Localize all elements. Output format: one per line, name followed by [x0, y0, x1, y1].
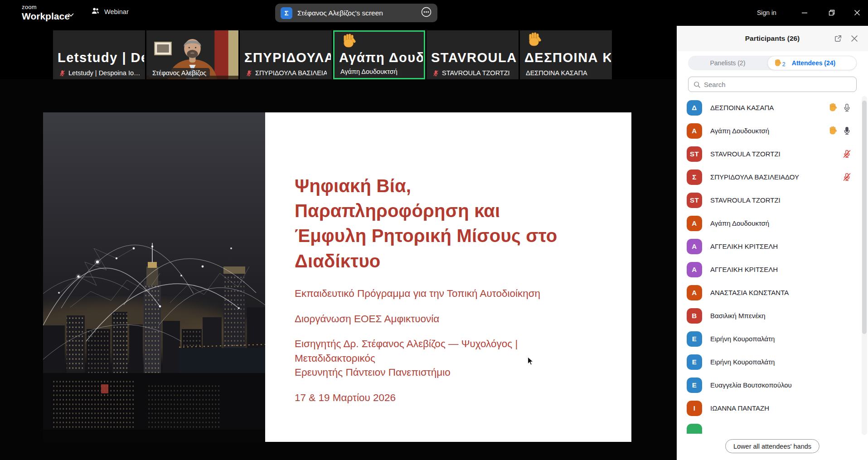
thumbnail-name-text: ΣΠΥΡΙΔΟΥΛΑ ΒΑΣΙΛΕΙΑ…: [255, 69, 327, 77]
search-input[interactable]: [704, 81, 852, 88]
thumbnail-name-text: ΔΕΣΠΟΙΝΑ ΚΑΣΑΠΑ: [526, 69, 587, 77]
video-thumbnail[interactable]: Letstudy | Desp… Letstudy | Despoina Io…: [53, 30, 145, 79]
attendee-row[interactable]: Α Αγάπη Δουδουκτσή: [677, 212, 862, 235]
list-scrollbar[interactable]: [862, 96, 867, 435]
people-icon: [91, 6, 100, 17]
avatar: Β: [687, 308, 702, 324]
attendee-row[interactable]: Σ ΣΠΥΡΙΔΟΥΛΑ ΒΑΣΙΛΕΙΑΔΟΥ: [677, 165, 862, 189]
muted-mic-icon: [246, 70, 252, 77]
participants-panel: Participants (26) Panelists (2): [677, 26, 868, 460]
mic-active-icon: [842, 126, 852, 136]
video-thumbnail[interactable]: Αγάπη Δουδου… Αγάπη Δουδουκτσή: [333, 30, 425, 79]
avatar: [687, 424, 702, 434]
attendee-row[interactable]: Α Αγάπη Δουδουκτσή: [677, 119, 862, 142]
mouse-cursor-icon: [526, 356, 536, 366]
thumbnail-name-label: Letstudy | Despoina Io…: [55, 68, 144, 78]
slide-title: Ψηφιακή Βία,Παραπληροφόρηση καιΈμφυλη Ρη…: [295, 174, 557, 274]
avatar: ST: [687, 193, 702, 208]
video-thumbnail[interactable]: Στέφανος Αλεβίζος: [146, 30, 238, 79]
thumbnail-name-label: STAVROULA TZORTZI: [429, 68, 514, 78]
video-thumbnail[interactable]: STAVROULA TZ… STAVROULA TZORTZI: [427, 30, 519, 79]
thumbnail-name-text: Αγάπη Δουδουκτσή: [340, 68, 398, 75]
thumbnail-display-name: Letstudy | Desp…: [58, 50, 144, 65]
avatar: Δ: [687, 100, 702, 116]
raised-hand-icon: [828, 126, 838, 136]
thumbnail-display-name: ΣΠΥΡΙΔΟΥΛΑ Β…: [244, 50, 331, 65]
attendee-row[interactable]: Ι ΙΩΑΝΝΑ ΠΑΝΤΑΖΗ: [677, 397, 862, 420]
search-icon: [693, 81, 701, 88]
avatar: Ε: [687, 378, 702, 393]
tab-attendees[interactable]: 2 Attendees (24): [767, 56, 857, 70]
close-panel-icon[interactable]: [848, 32, 861, 45]
attendee-row[interactable]: [677, 420, 862, 434]
avatar: Α: [687, 123, 702, 139]
raised-hand-icon: [774, 59, 782, 67]
avatar: Α: [687, 216, 702, 231]
zoom-workplace-window: zoom Workplace Webinar Σ Στέφανος Αλεβίζ…: [0, 0, 868, 460]
title-bar: zoom Workplace Webinar Σ Στέφανος Αλεβίζ…: [0, 0, 868, 26]
webinar-label: Webinar: [104, 8, 129, 15]
zoom-workplace-logo: zoom Workplace: [22, 4, 70, 21]
sharer-initial-badge: Σ: [281, 7, 292, 19]
shared-screen-area: Ψηφιακή Βία,Παραπληροφόρηση καιΈμφυλη Ρη…: [0, 79, 677, 460]
attendee-name: Αγάπη Δουδουκτσή: [710, 219, 852, 227]
muted-mic-icon: [432, 70, 439, 77]
avatar: Σ: [687, 169, 702, 185]
thumbnail-name-text: Στέφανος Αλεβίζος: [152, 69, 206, 77]
tab-panelists[interactable]: Panelists (2): [688, 56, 767, 70]
attendee-row[interactable]: Α ΑΓΓΕΛΙΚΗ ΚΡΙΤΣΕΛΗ: [677, 258, 862, 281]
restore-button[interactable]: [821, 5, 842, 21]
muted-mic-icon: [59, 70, 66, 77]
thumbnail-name-text: Letstudy | Despoina Io…: [68, 69, 140, 77]
attendee-row[interactable]: Ε Ειρήνη Κουροπαλάτη: [677, 327, 862, 350]
attendee-status-icons: [842, 149, 852, 159]
thumbnail-display-name: ΔΕΣΠΟΙΝΑ ΚΑΣ…: [524, 50, 611, 65]
attendee-name: Ειρήνη Κουροπαλάτη: [710, 335, 852, 343]
more-options-icon[interactable]: [421, 6, 432, 19]
shared-screen-indicator[interactable]: Σ Στέφανος Αλεβίζος's screen: [275, 4, 437, 22]
attendee-name: ΔΕΣΠΟΙΝΑ ΚΑΣΑΠΑ: [710, 104, 828, 111]
video-thumbnail[interactable]: ΣΠΥΡΙΔΟΥΛΑ Β… ΣΠΥΡΙΔΟΥΛΑ ΒΑΣΙΛΕΙΑ…: [240, 30, 332, 79]
raised-hand-icon: [341, 33, 357, 49]
attendee-row[interactable]: Α ΑΓΓΕΛΙΚΗ ΚΡΙΤΣΕΛΗ: [677, 235, 862, 258]
chevron-down-icon[interactable]: [68, 11, 74, 19]
search-box[interactable]: [688, 77, 857, 92]
attendee-row[interactable]: ST STAVROULA TZORTZI: [677, 189, 862, 212]
scrollbar-thumb[interactable]: [862, 101, 867, 334]
attendee-name: Βασιλική Μπενέκη: [710, 312, 852, 320]
avatar: Α: [687, 262, 702, 277]
attendee-name: ΑΓΓΕΛΙΚΗ ΚΡΙΤΣΕΛΗ: [710, 242, 852, 250]
attendee-row[interactable]: ST STAVROULA TZORTZI: [677, 142, 862, 165]
video-thumbnail[interactable]: ΔΕΣΠΟΙΝΑ ΚΑΣ… ΔΕΣΠΟΙΝΑ ΚΑΣΑΠΑ: [520, 30, 612, 79]
avatar: Ε: [687, 331, 702, 347]
attendee-name: STAVROULA TZORTZI: [710, 150, 842, 158]
shared-screen-label: Στέφανος Αλεβίζος's screen: [297, 9, 416, 17]
close-window-button[interactable]: [847, 5, 868, 21]
thumbnail-display-name: Αγάπη Δουδου…: [339, 50, 423, 65]
thumbnail-name-text: STAVROULA TZORTZI: [442, 69, 510, 77]
mic-muted-icon: [842, 172, 852, 182]
attendee-row[interactable]: Ε Ειρήνη Κουροπαλάτη: [677, 350, 862, 373]
attendee-status-icons: [828, 126, 852, 136]
attendee-row[interactable]: Ε Ευαγγελία Βουτσκοπούλου: [677, 373, 862, 397]
attendee-name: ΙΩΑΝΝΑ ΠΑΝΤΑΖΗ: [710, 404, 852, 412]
attendee-name: ΣΠΥΡΙΔΟΥΛΑ ΒΑΣΙΛΕΙΑΔΟΥ: [710, 173, 842, 181]
minimize-button[interactable]: [794, 5, 815, 21]
avatar: ST: [687, 146, 702, 162]
sign-in-button[interactable]: Sign in: [753, 8, 780, 17]
logo-workplace: Workplace: [22, 11, 70, 21]
attendee-row[interactable]: Δ ΔΕΣΠΟΙΝΑ ΚΑΣΑΠΑ: [677, 96, 862, 119]
presentation-slide: Ψηφιακή Βία,Παραπληροφόρηση καιΈμφυλη Ρη…: [43, 112, 631, 442]
logo-zoom: zoom: [22, 4, 70, 10]
attendee-row[interactable]: Α ΑΝΑΣΤΑΣΙΑ ΚΩΝΣΤΑΝΤΑ: [677, 281, 862, 304]
raised-hands-count: 2: [782, 61, 786, 68]
attendee-list[interactable]: Δ ΔΕΣΠΟΙΝΑ ΚΑΣΑΠΑ: [677, 96, 862, 434]
attendee-row[interactable]: Β Βασιλική Μπενέκη: [677, 304, 862, 327]
panel-tabs: Panelists (2) 2 Attendees (24): [688, 56, 857, 70]
lower-all-hands-button[interactable]: Lower all attendees' hands: [725, 439, 820, 453]
thumbnail-display-name: STAVROULA TZ…: [431, 50, 518, 65]
pop-out-icon[interactable]: [832, 32, 844, 45]
attendees-tab-label: Attendees (24): [792, 59, 835, 67]
tab-webinar[interactable]: Webinar: [91, 6, 129, 17]
thumbnail-name-label: Αγάπη Δουδουκτσή: [337, 67, 401, 77]
